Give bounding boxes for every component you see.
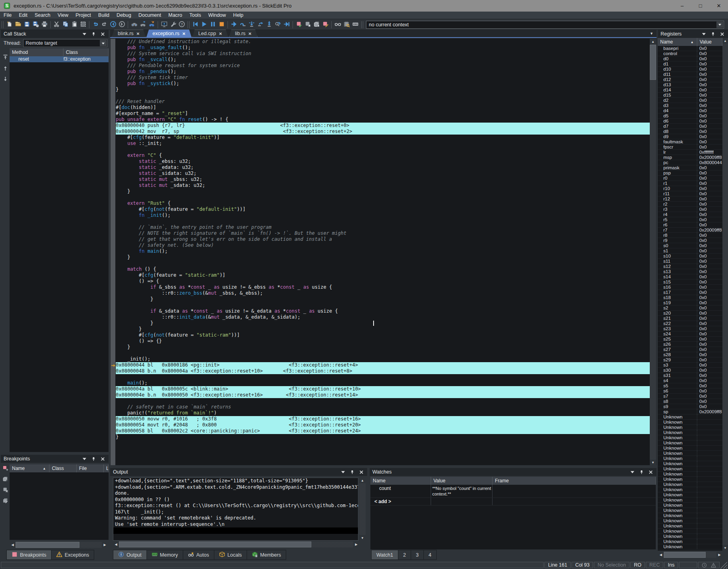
register-row[interactable]: s20x0 (658, 305, 722, 311)
thread-dropdown-button[interactable] (100, 40, 107, 46)
register-row[interactable]: Unknown (658, 544, 722, 549)
register-row[interactable]: Unknown (658, 492, 722, 498)
column-header-line[interactable]: Line (104, 464, 109, 472)
print-button[interactable] (40, 20, 49, 29)
register-row[interactable]: r110x0 (658, 191, 722, 196)
open-file-button[interactable] (14, 20, 22, 29)
register-row[interactable]: lr0xffffffff (658, 150, 722, 155)
scroll-left-icon[interactable]: ◀ (113, 541, 119, 547)
register-row[interactable]: d130x0 (658, 82, 722, 87)
menu-debug[interactable]: Debug (113, 12, 135, 19)
register-row[interactable]: s80x0 (658, 399, 722, 404)
menu-document[interactable]: Document (135, 12, 165, 19)
find-files-button[interactable] (147, 20, 156, 29)
tab-close-icon[interactable]: ✕ (248, 32, 251, 36)
register-row[interactable]: s170x0 (658, 290, 722, 295)
register-row[interactable]: d40x0 (658, 108, 722, 113)
register-row[interactable]: d00x0 (658, 56, 722, 61)
register-row[interactable]: Unknown (658, 446, 722, 451)
delete-breakpoint-button[interactable] (2, 487, 9, 494)
register-row[interactable]: s30x0 (658, 363, 722, 368)
register-row[interactable]: r30x0 (658, 207, 722, 212)
register-row[interactable]: d60x0 (658, 119, 722, 124)
output-tab-autos[interactable]: Autos (183, 550, 214, 560)
registers-hscrollbar[interactable]: ◀ ▶ (658, 552, 722, 558)
output-tab-members[interactable]: Members (247, 550, 286, 560)
register-row[interactable]: s50x0 (658, 383, 722, 389)
editor-vscroll-thumb[interactable] (650, 45, 656, 80)
edit-breakpoints-button[interactable] (2, 498, 9, 505)
stack-down-button[interactable] (2, 76, 9, 83)
context-combobox[interactable]: no current context (366, 21, 724, 29)
scroll-right-icon[interactable]: ▶ (353, 541, 359, 547)
register-row[interactable]: s240x0 (658, 331, 722, 337)
tab-close-icon[interactable]: ✕ (219, 32, 222, 36)
register-row[interactable]: s190x0 (658, 300, 722, 305)
call-stack-table[interactable]: resetf3::exception (10, 56, 109, 452)
register-row[interactable]: Unknown (658, 420, 722, 425)
register-row[interactable]: d150x0 (658, 93, 722, 98)
register-row[interactable]: r40x0 (658, 212, 722, 217)
register-row[interactable]: d50x0 (658, 113, 722, 119)
breakpoint-pages-button[interactable] (2, 476, 9, 483)
menu-tools[interactable]: Tools (186, 12, 204, 19)
register-row[interactable]: Unknown (658, 430, 722, 435)
new-file-button[interactable] (5, 20, 14, 29)
column-header-name[interactable]: Name (370, 477, 431, 485)
output-tab-output[interactable]: Output (113, 550, 147, 560)
panel-menu-icon[interactable] (82, 32, 87, 37)
output-tab-locals[interactable]: Locals (214, 550, 247, 560)
panel-menu-icon[interactable] (340, 470, 346, 475)
memory-button[interactable] (342, 20, 351, 29)
register-row[interactable]: s00x0 (658, 243, 722, 248)
help-button[interactable]: ? (177, 20, 186, 29)
close-icon[interactable] (100, 32, 105, 37)
output-vscrollbar[interactable]: ▲ ▼ (359, 478, 366, 541)
register-row[interactable]: s290x0 (658, 357, 722, 363)
breakpoints-table[interactable] (10, 472, 109, 540)
save-button[interactable] (22, 20, 31, 29)
register-row[interactable]: basepri0x0 (658, 46, 722, 51)
pin-icon[interactable] (91, 32, 96, 37)
display-button[interactable] (160, 20, 168, 29)
panel-menu-icon[interactable] (701, 32, 706, 37)
watches-tab-2[interactable]: 2 (398, 550, 411, 560)
register-row[interactable]: s250x0 (658, 337, 722, 342)
file-tab-lib.rs[interactable]: lib.rs✕ (229, 30, 258, 37)
call-stack-row[interactable]: resetf3::exception (10, 56, 109, 62)
register-row[interactable]: s140x0 (658, 274, 722, 280)
register-row[interactable]: Unknown (658, 513, 722, 518)
watches-tab-3[interactable]: 3 (411, 550, 424, 560)
step-deep-button[interactable] (265, 20, 273, 29)
register-row[interactable]: Unknown (658, 482, 722, 487)
column-header-value[interactable]: Value (431, 477, 493, 485)
debug-continue-button[interactable] (200, 20, 208, 29)
disable-breakpoint-button[interactable] (303, 20, 312, 29)
register-row[interactable]: d20x0 (658, 98, 722, 103)
options-button[interactable] (168, 20, 177, 29)
breakpoints-tab-exceptions[interactable]: Exceptions (51, 550, 94, 560)
register-row[interactable]: s120x0 (658, 264, 722, 269)
editor-vscroll-track[interactable] (650, 44, 656, 460)
register-row[interactable]: s300x0 (658, 368, 722, 373)
menu-edit[interactable]: Edit (15, 12, 31, 19)
register-row[interactable]: s110x0 (658, 259, 722, 264)
scroll-up-icon[interactable]: ▲ (359, 478, 366, 483)
edit-breakpoint-button[interactable] (321, 20, 330, 29)
toolbar-grip[interactable] (188, 21, 190, 28)
find-next-button[interactable] (138, 20, 147, 29)
debug-stop-button[interactable] (217, 20, 226, 29)
column-header-file[interactable]: File (77, 464, 104, 472)
output-tab-memory[interactable]: Memory (147, 550, 183, 560)
file-tab-blink.rs[interactable]: blink.rs✕ (112, 30, 146, 37)
register-row[interactable]: Unknown (658, 425, 722, 430)
minimize-button[interactable]: – (673, 0, 691, 12)
close-button[interactable]: ✕ (710, 0, 728, 12)
column-header-frame[interactable]: Frame (493, 477, 656, 485)
scroll-down-icon[interactable]: ▼ (722, 545, 728, 551)
code-editor[interactable]: /// Undefined instruction or illegal sta… (116, 39, 650, 465)
register-row[interactable]: s230x0 (658, 326, 722, 331)
run-to-cursor-button[interactable] (282, 20, 291, 29)
register-row[interactable]: d80x0 (658, 129, 722, 134)
register-row[interactable]: s310x0 (658, 373, 722, 378)
